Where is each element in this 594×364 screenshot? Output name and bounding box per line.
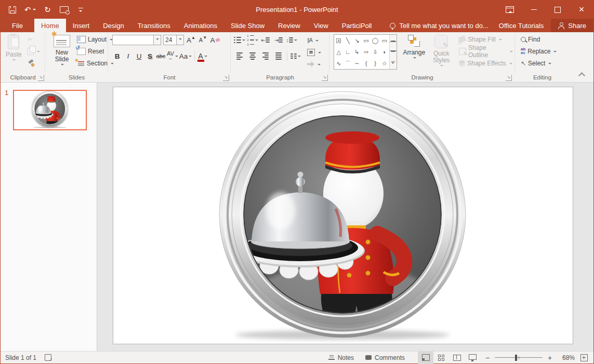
- shape-rounded-rectangle[interactable]: ▭: [382, 37, 387, 44]
- tab-insert[interactable]: Insert: [66, 19, 97, 32]
- paragraph-dialog-launcher[interactable]: ↘: [322, 75, 328, 81]
- drawing-dialog-launcher[interactable]: ↘: [506, 75, 512, 81]
- justify-button[interactable]: [273, 50, 284, 62]
- increase-indent-button[interactable]: ⇥: [273, 34, 284, 46]
- ribbon-display-options-button[interactable]: [498, 1, 522, 19]
- zoom-slider[interactable]: [495, 355, 543, 361]
- align-center-button[interactable]: [247, 50, 258, 62]
- shape-star[interactable]: ☆: [382, 60, 387, 67]
- shape-right-brace[interactable]: }: [374, 60, 376, 66]
- normal-view-button[interactable]: [418, 352, 433, 364]
- customize-qat-button[interactable]: [76, 4, 86, 16]
- shape-line[interactable]: ╲: [346, 37, 350, 44]
- fit-slide-button[interactable]: [575, 352, 593, 364]
- change-case-button[interactable]: Aa: [179, 50, 192, 62]
- font-size-input[interactable]: [163, 35, 177, 45]
- share-button[interactable]: Share: [551, 19, 593, 32]
- shapes-gallery[interactable]: A ╲ ↘ ▭ ◯ ▭ △ ∟ ↳ ⇨ ⇩ ◗ ∿ ⌒ ∼ { }: [334, 34, 397, 70]
- clipboard-dialog-launcher[interactable]: ↘: [38, 75, 44, 81]
- align-left-button[interactable]: [234, 50, 245, 62]
- slide-show-button[interactable]: [465, 352, 480, 364]
- shape-outline-button[interactable]: Shape Outline: [457, 45, 514, 57]
- font-name-combo[interactable]: [112, 35, 161, 45]
- shape-oval[interactable]: ◯: [372, 37, 378, 44]
- text-direction-button[interactable]: ∥A: [306, 34, 323, 46]
- shape-left-brace[interactable]: {: [365, 60, 367, 66]
- copy-button[interactable]: [26, 45, 42, 57]
- bullets-button[interactable]: [234, 34, 245, 46]
- shape-effects-button[interactable]: Shape Effects: [457, 57, 514, 69]
- find-button[interactable]: Find: [519, 33, 558, 45]
- arrange-button[interactable]: Arrange: [401, 33, 428, 70]
- gallery-more-icon[interactable]: [390, 58, 397, 69]
- gallery-scroll-down-icon[interactable]: [390, 46, 397, 58]
- paste-button[interactable]: Paste: [4, 33, 24, 70]
- office-tutorials-button[interactable]: Office Tutorials: [492, 19, 551, 32]
- underline-button[interactable]: U: [134, 50, 144, 62]
- collapse-ribbon-icon[interactable]: [578, 72, 585, 79]
- tab-review[interactable]: Review: [271, 19, 307, 32]
- bold-button[interactable]: B: [112, 50, 122, 62]
- font-dialog-launcher[interactable]: ↘: [223, 75, 229, 81]
- shape-down-arrow[interactable]: ⇩: [373, 49, 378, 56]
- select-button[interactable]: ↖Select: [519, 57, 558, 69]
- shape-elbow-arrow-connector[interactable]: ↳: [354, 49, 359, 56]
- tell-me-box[interactable]: Tell me what you want to do...: [390, 19, 488, 32]
- numbering-button[interactable]: 123: [247, 34, 258, 46]
- tab-participoll[interactable]: ParticiPoll: [335, 19, 379, 32]
- tab-view[interactable]: View: [307, 19, 335, 32]
- quick-styles-button[interactable]: Quick Styles: [428, 33, 454, 70]
- close-button[interactable]: ×: [570, 1, 593, 19]
- save-button[interactable]: [8, 4, 17, 16]
- font-size-dropdown[interactable]: [177, 35, 184, 45]
- tab-slide-show[interactable]: Slide Show: [224, 19, 271, 32]
- convert-smartart-button[interactable]: [306, 58, 323, 70]
- paste-dropdown-icon[interactable]: [12, 59, 16, 62]
- gallery-scroll-up-icon[interactable]: [390, 35, 397, 46]
- clear-formatting-button[interactable]: A: [210, 34, 220, 46]
- zoom-out-button[interactable]: −: [484, 354, 491, 362]
- font-name-input[interactable]: [112, 35, 154, 45]
- line-spacing-button[interactable]: ↕: [286, 34, 297, 46]
- shape-triangle[interactable]: △: [337, 49, 341, 56]
- reading-view-button[interactable]: [449, 352, 465, 364]
- text-shadow-button[interactable]: S: [145, 50, 155, 62]
- redo-button[interactable]: ↻: [43, 4, 52, 16]
- align-text-button[interactable]: [306, 46, 323, 58]
- character-spacing-button[interactable]: AV↔: [167, 50, 178, 62]
- decrease-indent-button[interactable]: ⇤: [260, 34, 271, 46]
- tab-transitions[interactable]: Transitions: [131, 19, 177, 32]
- font-name-dropdown[interactable]: [154, 35, 161, 45]
- align-right-button[interactable]: [260, 50, 271, 62]
- tab-file[interactable]: File: [1, 19, 34, 32]
- shape-partial-circle[interactable]: ◗: [382, 49, 386, 55]
- undo-button[interactable]: ↶: [24, 4, 36, 16]
- tab-home[interactable]: Home: [34, 19, 66, 32]
- new-slide-button[interactable]: New Slide: [49, 33, 74, 70]
- minimize-button[interactable]: [522, 1, 546, 19]
- shape-arrow[interactable]: ↘: [354, 37, 359, 44]
- zoom-in-button[interactable]: +: [547, 354, 553, 362]
- notes-button[interactable]: Notes: [323, 352, 360, 364]
- grow-font-button[interactable]: A▲: [186, 34, 196, 46]
- spell-check-icon[interactable]: [45, 354, 51, 361]
- shape-rectangle[interactable]: ▭: [363, 37, 368, 44]
- slide-thumbnail[interactable]: [13, 90, 87, 130]
- shape-curve[interactable]: ∼: [354, 60, 359, 67]
- font-color-button[interactable]: A: [197, 50, 207, 62]
- tab-animations[interactable]: Animations: [177, 19, 224, 32]
- shapes-gallery-scrollbar[interactable]: [389, 35, 397, 69]
- columns-button[interactable]: [290, 50, 301, 62]
- zoom-level[interactable]: 68%: [557, 354, 575, 361]
- maximize-button[interactable]: [546, 1, 570, 19]
- slide-canvas[interactable]: [113, 87, 573, 344]
- replace-button[interactable]: abacReplace: [519, 45, 558, 57]
- zoom-slider-thumb[interactable]: [515, 355, 517, 361]
- strikethrough-button[interactable]: abc: [156, 50, 166, 62]
- comments-button[interactable]: Comments: [360, 352, 411, 364]
- tab-design[interactable]: Design: [96, 19, 130, 32]
- shape-scribble[interactable]: ∿: [336, 60, 341, 67]
- slide-sorter-view-button[interactable]: [433, 352, 449, 364]
- undo-dropdown-icon[interactable]: [33, 9, 36, 12]
- shrink-font-button[interactable]: A▼: [198, 34, 208, 46]
